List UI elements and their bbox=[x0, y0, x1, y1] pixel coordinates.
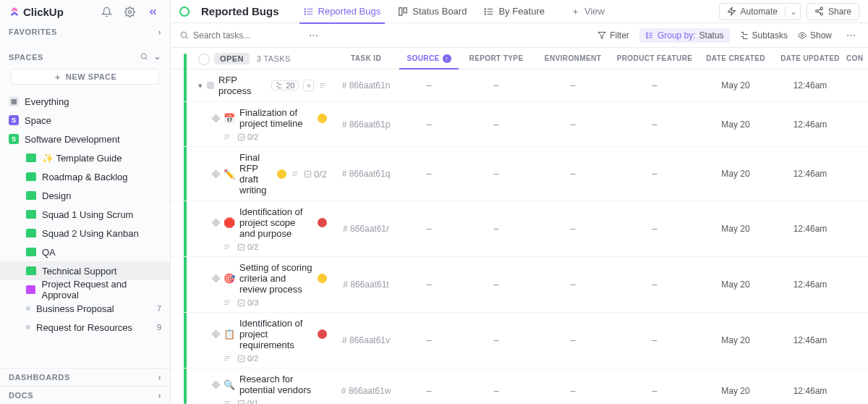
svg-point-14 bbox=[646, 33, 647, 34]
sidebar-item-everything[interactable]: ▦ Everything bbox=[0, 92, 170, 111]
cell-env: – bbox=[534, 169, 612, 179]
search-input[interactable] bbox=[179, 30, 294, 41]
cell-source: – bbox=[399, 119, 459, 130]
sidebar-list[interactable]: Request for Resources9 bbox=[0, 318, 170, 337]
view-tab[interactable]: Reported Bugs bbox=[297, 0, 388, 23]
sidebar-folder[interactable]: Design bbox=[0, 186, 170, 205]
plus-icon: ＋ bbox=[54, 72, 62, 83]
task-title: Research for potential vendors bbox=[239, 374, 327, 395]
priority-icon[interactable] bbox=[211, 380, 221, 390]
folder-icon bbox=[26, 285, 35, 294]
chevron-down-icon[interactable]: ⌄ bbox=[154, 52, 161, 62]
select-all-radio[interactable] bbox=[198, 54, 210, 65]
cell-updated: 12:46am bbox=[774, 386, 846, 396]
gear-icon[interactable] bbox=[121, 3, 138, 20]
col-environment[interactable]: ENVIRONMENT bbox=[534, 54, 612, 63]
svg-point-10 bbox=[820, 7, 822, 9]
cell-task-id: # 866aat61w bbox=[333, 386, 399, 396]
more-icon[interactable]: ⋯ bbox=[305, 27, 322, 44]
svg-point-13 bbox=[181, 32, 187, 38]
subtask-icon bbox=[740, 31, 749, 40]
cell-env: – bbox=[534, 279, 612, 290]
collapse-icon[interactable]: ▾ bbox=[198, 81, 203, 91]
docs-header[interactable]: DOCS › bbox=[0, 386, 170, 404]
task-meta: 0/1 bbox=[213, 399, 327, 404]
logo[interactable]: ClickUp bbox=[9, 6, 92, 18]
add-subtask-button[interactable]: ＋ bbox=[303, 80, 314, 91]
col-source[interactable]: SOURCE↑ bbox=[399, 54, 459, 63]
sidebar-list[interactable]: Business Proposal7 bbox=[0, 299, 170, 318]
svg-point-4 bbox=[305, 13, 305, 14]
svg-point-0 bbox=[128, 10, 131, 13]
subtask-count[interactable]: 20 bbox=[271, 80, 299, 91]
priority-icon[interactable] bbox=[211, 218, 221, 227]
table-row[interactable]: ▾RFP process20＋# 866aat61n––––May 2012:4… bbox=[171, 70, 868, 102]
status-square-icon[interactable] bbox=[207, 82, 214, 89]
sidebar-folder[interactable]: Project Request and Approval bbox=[0, 280, 170, 299]
share-icon bbox=[814, 7, 824, 16]
status-badge-icon bbox=[318, 274, 327, 283]
priority-icon[interactable] bbox=[211, 329, 221, 339]
table-row[interactable]: 🔍Research for potential vendors0/1# 866a… bbox=[171, 369, 868, 404]
sidebar-folder[interactable]: Roadmap & Backlog bbox=[0, 167, 170, 186]
description-icon bbox=[223, 355, 231, 362]
priority-icon[interactable] bbox=[211, 274, 221, 283]
checklist-icon bbox=[304, 170, 312, 178]
spaces-header[interactable]: SPACES ⌄ bbox=[0, 48, 170, 66]
bell-icon[interactable] bbox=[98, 3, 115, 20]
more-icon[interactable]: ⋯ bbox=[842, 27, 859, 44]
search-field[interactable] bbox=[193, 30, 294, 41]
sidebar-folder[interactable]: Squad 1 Using Scrum bbox=[0, 205, 170, 224]
view-tab[interactable]: Status Board bbox=[391, 0, 474, 23]
folder-label: Squad 1 Using Scrum bbox=[42, 209, 133, 220]
sidebar-folder[interactable]: ✨ Template Guide bbox=[0, 148, 170, 167]
sidebar-item-softdev[interactable]: S Software Development bbox=[0, 130, 170, 148]
cell-feature: – bbox=[612, 80, 697, 91]
subtasks-button[interactable]: Subtasks bbox=[740, 30, 788, 41]
task-emoji: 🔍 bbox=[224, 379, 235, 390]
filter-button[interactable]: Filter bbox=[597, 30, 629, 41]
col-extra[interactable]: CON bbox=[846, 54, 868, 63]
checklist-icon bbox=[237, 355, 245, 363]
table-row[interactable]: ✏️Final RFP draft writing0/2# 866aat61q–… bbox=[171, 147, 868, 201]
cell-created: May 20 bbox=[697, 169, 774, 179]
col-updated[interactable]: DATE UPDATED bbox=[774, 54, 846, 63]
col-feature[interactable]: PRODUCT FEATURE bbox=[612, 54, 697, 63]
sidebar-folder[interactable]: QA bbox=[0, 243, 170, 261]
table-row[interactable]: 🛑Identification of project scope and pur… bbox=[171, 201, 868, 257]
share-button[interactable]: Share bbox=[807, 3, 859, 20]
search-icon[interactable] bbox=[140, 52, 148, 62]
col-created[interactable]: DATE CREATED bbox=[697, 54, 774, 63]
sidebar-item-space[interactable]: S Space bbox=[0, 111, 170, 130]
svg-point-2 bbox=[305, 8, 305, 9]
priority-icon[interactable] bbox=[211, 169, 221, 179]
new-space-button[interactable]: ＋ NEW SPACE bbox=[11, 69, 159, 85]
view-tab[interactable]: By Feature bbox=[477, 0, 552, 23]
table-row[interactable]: 📅Finalization of project timeline0/2# 86… bbox=[171, 102, 868, 147]
cell-report-type: – bbox=[459, 386, 534, 396]
show-button[interactable]: Show bbox=[798, 30, 832, 41]
table-row[interactable]: 📋Identification of project requirements0… bbox=[171, 313, 868, 369]
priority-icon[interactable] bbox=[211, 114, 221, 123]
automate-button[interactable]: Automate ⌄ bbox=[719, 3, 801, 20]
collapse-sidebar-icon[interactable] bbox=[144, 3, 161, 20]
add-view-button[interactable]: ＋ View bbox=[563, 0, 612, 23]
dashboards-header[interactable]: DASHBOARDS › bbox=[0, 368, 170, 386]
view-tab-label: Status Board bbox=[412, 6, 467, 17]
sidebar-folder[interactable]: Squad 2 Using Kanban bbox=[0, 224, 170, 243]
col-task-id[interactable]: TASK ID bbox=[333, 54, 399, 63]
sidebar-folder[interactable]: Technical Support bbox=[0, 261, 170, 280]
group-by-button[interactable]: Group by: Status bbox=[639, 28, 730, 43]
chevron-down-icon[interactable]: ⌄ bbox=[785, 7, 797, 17]
cell-source: – bbox=[399, 169, 459, 179]
col-report-type[interactable]: REPORT TYPE bbox=[459, 54, 534, 63]
list-icon bbox=[484, 7, 494, 17]
table-row[interactable]: 🎯Setting of scoring criteria and review … bbox=[171, 257, 868, 313]
status-chip[interactable]: OPEN bbox=[214, 53, 250, 64]
folder-label: Technical Support bbox=[42, 266, 116, 277]
topbar: Reported Bugs Reported BugsStatus BoardB… bbox=[171, 0, 868, 23]
cell-report-type: – bbox=[459, 335, 534, 345]
chevron-right-icon: › bbox=[158, 28, 161, 36]
page-title: Reported Bugs bbox=[201, 5, 279, 17]
favorites-header[interactable]: FAVORITES › bbox=[0, 23, 170, 41]
